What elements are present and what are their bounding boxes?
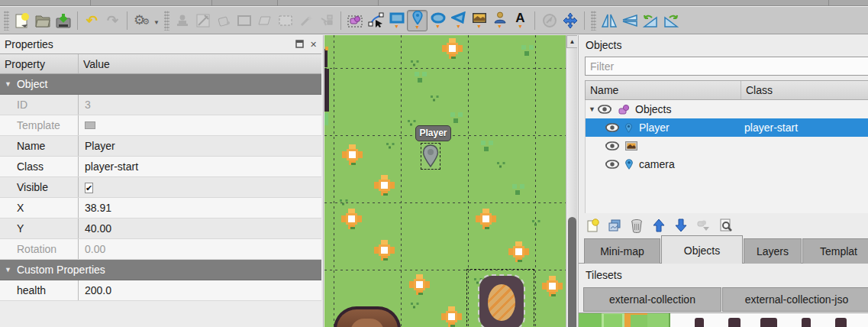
selected-tile-object[interactable] [479, 276, 524, 327]
tab-mini-map[interactable]: Mini-map [584, 238, 660, 264]
class-column-header: Class [741, 81, 777, 99]
tileset-tile[interactable] [802, 318, 811, 327]
toolbar-drag-handle[interactable] [164, 11, 169, 31]
name-value[interactable]: Player [79, 136, 321, 156]
collapse-arrow-icon[interactable]: ▼ [589, 105, 598, 113]
tileset-view[interactable] [579, 312, 868, 327]
tile-object-icon [625, 141, 637, 151]
insert-point-button[interactable]: ▼ [407, 10, 428, 31]
visibility-eye-icon[interactable] [605, 160, 619, 169]
rock-tile [334, 306, 401, 327]
objects-panel: Objects Name Class ▼ Objects Player play… [578, 35, 868, 327]
tileset-tile[interactable] [835, 318, 847, 327]
same-tile-select-icon [316, 10, 337, 31]
filter-input[interactable] [585, 57, 868, 76]
property-group-custom-properties[interactable]: ▼ Custom Properties [0, 260, 321, 280]
canvas-vertical-scrollbar[interactable]: ▲ [566, 35, 577, 327]
grass-tuft [497, 162, 506, 169]
tileset-tab-external-collection-json[interactable]: external-collection-jso [722, 287, 868, 312]
tileset-tile[interactable] [647, 313, 670, 327]
tree-row-camera[interactable]: camera [586, 155, 868, 173]
new-map-button[interactable] [11, 10, 32, 31]
object-properties-button[interactable] [718, 218, 733, 233]
property-row-visible: Visible ✔ [0, 177, 321, 198]
objects-table-header: Name Class [585, 80, 868, 100]
tree-row-tile-object[interactable] [586, 137, 868, 155]
property-row-id: ID 3 [0, 95, 321, 115]
close-panel-icon[interactable]: ✕ [308, 40, 318, 50]
flip-vertical-button[interactable] [619, 10, 640, 31]
lower-object-button[interactable] [673, 218, 689, 233]
property-column-header: Property [0, 54, 79, 73]
tileset-tile[interactable] [602, 313, 624, 327]
insert-text-button[interactable]: A ▼ [510, 10, 531, 31]
insert-polygon-button[interactable]: ▼ [448, 10, 469, 31]
duplicate-object-button[interactable] [607, 218, 622, 233]
class-value[interactable]: player-start [79, 157, 321, 176]
tree-row-player[interactable]: Player player-start [586, 118, 868, 137]
delete-object-button[interactable] [629, 218, 644, 233]
property-group-object[interactable]: ▼ Object [0, 74, 321, 95]
insert-ellipse-button[interactable]: ▼ [428, 10, 448, 31]
eraser-icon [254, 10, 275, 31]
grass-tuft [431, 96, 440, 102]
grid-line [535, 35, 536, 327]
add-object-button[interactable] [585, 218, 600, 233]
commands-button[interactable]: ⚙⚙ ▼ [131, 10, 162, 31]
edit-polygons-button[interactable] [366, 10, 386, 31]
properties-table: Property Value ▼ Object ID 3 Template Na… [0, 53, 321, 301]
tileset-tile[interactable] [695, 318, 704, 327]
open-file-button[interactable] [32, 10, 53, 31]
tree-row-class: player-start [744, 121, 798, 134]
insert-rectangle-button[interactable]: ▼ [386, 10, 407, 31]
tileset-tile[interactable] [579, 313, 602, 327]
visibility-eye-icon[interactable] [605, 123, 619, 132]
tileset-tile[interactable] [760, 318, 777, 327]
property-row-y: Y 40.00 [0, 219, 321, 239]
undo-button[interactable]: ↶ [82, 10, 102, 31]
name-column-header: Name [586, 81, 741, 99]
save-button[interactable] [53, 10, 73, 31]
float-panel-icon[interactable] [295, 40, 305, 50]
bush-tile [449, 112, 466, 125]
map-tile-fragment [324, 113, 328, 125]
bush-tile [479, 141, 496, 153]
tileset-tile[interactable] [624, 313, 647, 327]
tab-templates[interactable]: Templat [802, 238, 868, 264]
objects-tree: ▼ Objects Player player-start [585, 100, 868, 213]
raise-object-button[interactable] [651, 218, 666, 233]
insert-tile-button[interactable]: ▼ [469, 10, 489, 31]
object-layer-icon [618, 104, 631, 115]
health-value[interactable]: 200.0 [79, 280, 321, 300]
move-tool-button[interactable] [560, 10, 580, 31]
player-point-marker[interactable] [422, 144, 439, 167]
tileset-tab-external-collection[interactable]: external-collection [583, 287, 721, 312]
select-objects-button[interactable] [345, 10, 366, 31]
visibility-eye-icon[interactable] [598, 105, 611, 114]
visible-checkbox[interactable]: ✔ [85, 183, 93, 193]
y-value[interactable]: 40.00 [79, 219, 321, 238]
flip-horizontal-button[interactable] [599, 10, 619, 31]
rotate-right-button[interactable] [660, 10, 681, 31]
dropdown-arrow-icon: ▼ [476, 24, 482, 29]
tab-layers[interactable]: Layers [744, 238, 802, 264]
x-value[interactable]: 38.91 [79, 198, 321, 218]
property-row-name: Name Player [0, 136, 321, 157]
tab-objects[interactable]: Objects [661, 235, 743, 264]
toolbar-drag-handle[interactable] [591, 11, 596, 31]
tile-object-art [488, 284, 515, 321]
flower-tile [342, 144, 363, 165]
dropdown-arrow-icon: ▼ [456, 24, 461, 29]
tree-row-objects-layer[interactable]: ▼ Objects [586, 100, 868, 118]
visibility-eye-icon[interactable] [605, 141, 619, 151]
rotate-left-button[interactable] [640, 10, 660, 31]
insert-template-button[interactable]: ▼ [489, 10, 510, 31]
dropdown-arrow-icon: ▼ [394, 24, 399, 29]
dropdown-arrow-icon: ▼ [435, 24, 440, 29]
scrollbar-thumb[interactable] [568, 217, 576, 327]
tilesets-panel-title: Tilesets [586, 269, 622, 281]
scroll-up-button[interactable]: ▲ [566, 35, 577, 48]
map-canvas[interactable]: Player ▲ [324, 35, 577, 327]
toolbar-drag-handle[interactable] [4, 11, 9, 31]
tileset-tile[interactable] [728, 318, 741, 327]
